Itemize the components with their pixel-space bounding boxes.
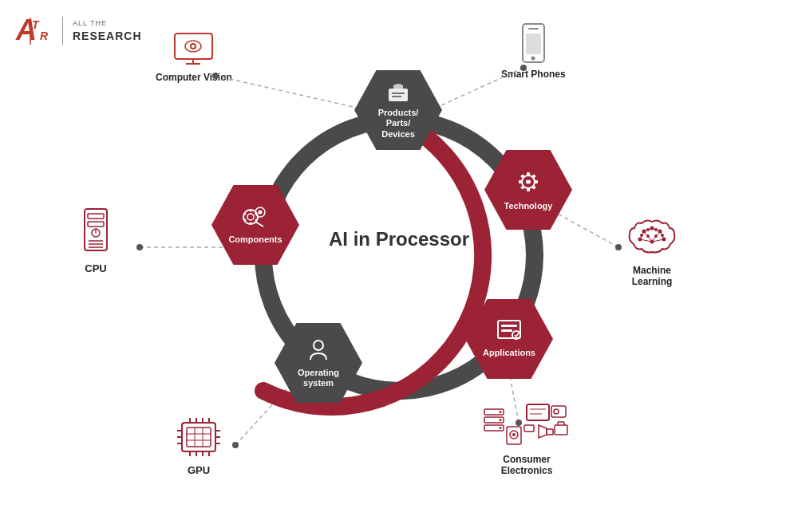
hex-components: Components (211, 185, 299, 265)
components-label: Components (228, 234, 282, 245)
svg-point-9 (615, 244, 622, 250)
svg-line-4 (215, 76, 367, 110)
svg-point-11 (516, 420, 522, 426)
svg-point-39 (258, 211, 262, 215)
svg-point-42 (255, 219, 257, 222)
svg-point-37 (247, 214, 254, 220)
svg-point-5 (212, 73, 219, 79)
technology-icon (514, 167, 543, 196)
svg-point-13 (232, 442, 239, 448)
hex-node-operating: Operatingsystem (275, 323, 362, 403)
hex-operating: Operatingsystem (275, 323, 362, 403)
svg-point-44 (243, 219, 246, 222)
products-icon (385, 81, 411, 103)
hex-node-technology: Technology (484, 150, 572, 230)
svg-rect-23 (527, 187, 530, 191)
svg-line-6 (431, 68, 523, 110)
svg-point-43 (249, 223, 251, 225)
svg-rect-17 (389, 89, 408, 101)
svg-rect-33 (501, 329, 512, 332)
hex-node-applications: Applications (465, 299, 553, 379)
svg-point-35 (314, 341, 323, 350)
svg-point-7 (520, 65, 527, 71)
applications-icon (496, 319, 523, 343)
technology-label: Technology (504, 201, 553, 211)
applications-label: Applications (483, 348, 535, 358)
center-title: AI in Processor (329, 228, 469, 250)
hex-technology: Technology (484, 150, 572, 230)
hex-products: Products/Parts/Devices (354, 70, 442, 150)
svg-point-41 (255, 213, 257, 215)
hex-applications: Applications (465, 299, 553, 379)
svg-rect-25 (534, 180, 538, 183)
center-label: AI in Processor (329, 228, 469, 250)
operating-label: Operatingsystem (298, 368, 339, 388)
svg-rect-24 (519, 180, 523, 183)
operating-icon (306, 337, 330, 363)
svg-point-15 (136, 244, 143, 250)
svg-rect-22 (527, 172, 530, 176)
components-icon (241, 204, 270, 230)
svg-point-40 (249, 210, 251, 212)
hex-node-products: Products/Parts/Devices (354, 70, 442, 150)
svg-point-30 (527, 177, 530, 180)
products-label: Products/Parts/Devices (378, 108, 419, 140)
hex-node-components: Components (211, 185, 299, 265)
svg-rect-32 (501, 325, 517, 327)
svg-point-45 (243, 213, 246, 215)
